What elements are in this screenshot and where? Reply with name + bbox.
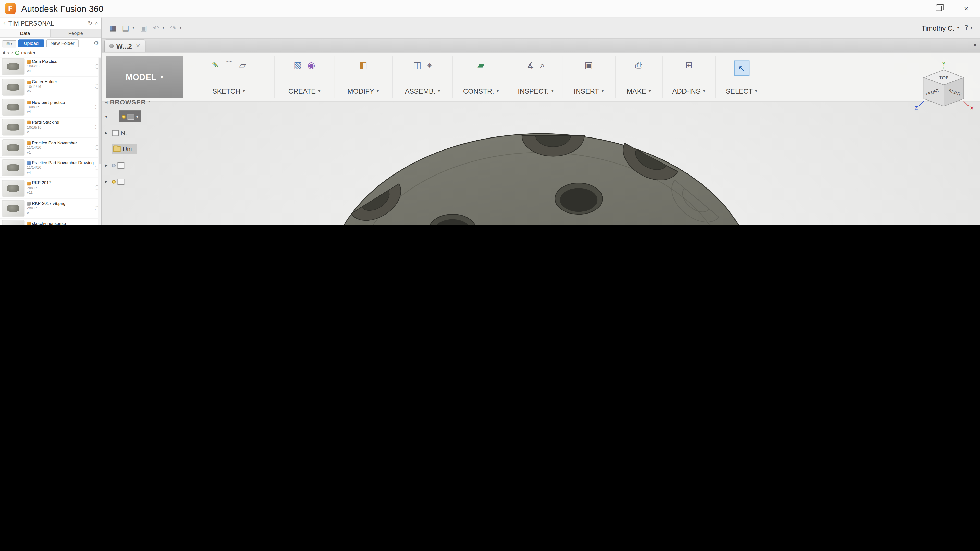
list-item[interactable]: Parts Stacking 10/18/16 v1 ⓘ: [0, 118, 101, 138]
project-thumbnail: [2, 179, 24, 197]
press-pull-icon[interactable]: ◧: [359, 61, 367, 69]
help-menu[interactable]: ? ▾: [965, 24, 972, 32]
save-button[interactable]: ▣: [140, 24, 147, 32]
minimize-button[interactable]: [897, 0, 925, 17]
measure-icon[interactable]: ∡: [527, 61, 535, 69]
window-controls: ×: [897, 0, 980, 17]
addins-icon[interactable]: ⊞: [685, 61, 692, 69]
expander-icon[interactable]: ▸: [105, 130, 110, 135]
tab-close-icon[interactable]: ×: [136, 43, 140, 49]
list-item[interactable]: RKP 2017 2/6/17 v11 ⓘ: [0, 178, 101, 198]
restore-icon: [935, 6, 942, 11]
back-icon[interactable]: ‹: [3, 20, 6, 27]
chevron-down-icon: ▾: [377, 89, 379, 94]
restore-button[interactable]: [925, 0, 953, 17]
inspect-menu[interactable]: INSPECT.▾: [518, 87, 554, 95]
view-mode-dropdown[interactable]: ▦▾: [3, 40, 16, 47]
close-button[interactable]: ×: [953, 0, 980, 17]
sort-icon[interactable]: A: [3, 51, 6, 55]
addins-menu[interactable]: ADD-INS▾: [672, 87, 705, 95]
browser-row-origin[interactable]: ▸: [105, 160, 173, 171]
ribbon-group-insert: ▣ INSERT▾: [563, 56, 616, 98]
browser-header[interactable]: ◂ BROWSER •: [105, 99, 173, 106]
viewcube-top-face: TOP: [939, 75, 948, 80]
select-menu[interactable]: SELECT▾: [726, 87, 757, 95]
browser-row-named-views[interactable]: ▸ N.: [105, 127, 173, 138]
chevron-down-icon: ▾: [496, 89, 499, 94]
file-menu-caret-icon[interactable]: ▾: [132, 25, 135, 30]
create-sketch-icon[interactable]: ✎: [212, 61, 219, 69]
viewcube[interactable]: Y TOP FRONT RIGHT X Z: [913, 60, 975, 120]
item-version: v1: [27, 211, 95, 216]
select-icon[interactable]: ↖: [734, 61, 749, 76]
sketch-spline-icon[interactable]: ⌒: [224, 61, 233, 69]
assemble-menu[interactable]: ASSEMB.▾: [405, 87, 440, 95]
list-item[interactable]: Cutter Holder 10/11/16 v6 ⓘ: [0, 77, 101, 97]
browser-root-row[interactable]: ▾ ▾: [105, 111, 173, 122]
redo-button[interactable]: ↷: [170, 24, 177, 32]
file-menu-icon[interactable]: ▤: [122, 24, 129, 32]
make-menu[interactable]: MAKE▾: [627, 87, 651, 95]
tab-data[interactable]: Data: [0, 29, 51, 38]
list-item[interactable]: Practice Part November Drawing 11/14/16 …: [0, 158, 101, 178]
list-item[interactable]: sketchy nonsense 10/7/16 v1 ⓘ: [0, 219, 101, 225]
document-icon: [110, 44, 114, 48]
collapse-browser-icon[interactable]: ◂: [105, 100, 108, 105]
make-icon[interactable]: ⎙: [635, 61, 642, 69]
browser-options-icon[interactable]: •: [148, 100, 151, 104]
refresh-icon[interactable]: ↻: [88, 21, 92, 26]
expander-icon[interactable]: ▸: [105, 179, 110, 184]
modify-menu[interactable]: MODIFY▾: [347, 87, 379, 95]
section-analysis-icon[interactable]: ⌕: [540, 61, 545, 69]
visibility-bulb-icon[interactable]: [112, 179, 116, 183]
create-menu[interactable]: CREATE▾: [288, 87, 321, 95]
data-panel-scrollbar[interactable]: [98, 57, 101, 225]
undo-button[interactable]: ↶: [153, 24, 159, 32]
component-icon: [27, 100, 30, 104]
expander-icon[interactable]: ▸: [105, 163, 110, 168]
help-caret-icon: ▾: [970, 25, 973, 30]
ribbon-group-create: ▧ ◉ CREATE▾: [275, 56, 334, 98]
create-solid-icon[interactable]: ▧: [293, 61, 302, 69]
branch-chevron-icon: ›: [11, 51, 13, 55]
undo-caret-icon[interactable]: ▾: [162, 25, 165, 30]
apps-grid-icon[interactable]: ▦: [110, 24, 117, 32]
viewport-canvas[interactable]: MODEL ▾ ✎ ⌒ ▱ SKETCH▾ ▧ ◉ CREA: [102, 52, 980, 225]
user-menu[interactable]: Timothy C. ▾: [921, 24, 959, 32]
redo-caret-icon[interactable]: ▾: [180, 25, 182, 30]
project-thumbnail: [2, 58, 24, 75]
construct-menu[interactable]: CONSTR.▾: [463, 87, 499, 95]
new-component-icon[interactable]: ◫: [413, 61, 422, 69]
construction-plane-icon[interactable]: ▰: [477, 61, 484, 69]
joint-icon[interactable]: ⌖: [427, 61, 432, 69]
search-icon[interactable]: ⌕: [95, 21, 98, 26]
list-item[interactable]: RKP-2017 v8.png 2/5/17 v1 ⓘ: [0, 198, 101, 219]
drawing-icon: [27, 161, 30, 165]
sketch-plane-icon[interactable]: ▱: [239, 61, 246, 69]
upload-button[interactable]: Upload: [18, 39, 44, 48]
visibility-bulb-icon[interactable]: [112, 163, 116, 167]
browser-row-bodies[interactable]: ▸: [105, 176, 173, 187]
list-item[interactable]: Practice Part November 11/14/16 v1 ⓘ: [0, 138, 101, 158]
gear-icon[interactable]: ⚙: [94, 41, 99, 46]
workspace-switcher[interactable]: MODEL ▾: [106, 56, 183, 98]
workspace-caret-icon: ▾: [161, 74, 164, 80]
document-tab[interactable]: W...2 ×: [104, 39, 145, 52]
insert-icon[interactable]: ▣: [585, 61, 593, 69]
expander-icon[interactable]: ▾: [105, 114, 110, 119]
new-folder-button[interactable]: New Folder: [46, 39, 79, 48]
list-item[interactable]: New part practice 10/8/16 v4 ⓘ: [0, 97, 101, 118]
tab-people[interactable]: People: [51, 29, 101, 38]
chevron-down-icon: ▾: [243, 89, 245, 94]
ribbon-toolbar: MODEL ▾ ✎ ⌒ ▱ SKETCH▾ ▧ ◉ CREA: [102, 52, 980, 102]
tab-list-caret-icon[interactable]: ▾: [974, 43, 976, 48]
browser-row-units[interactable]: Uni.: [105, 144, 173, 154]
project-thumbnail: [2, 99, 24, 116]
list-item[interactable]: Cam Practice 10/6/15 v4 ⓘ: [0, 57, 101, 77]
browser-row-label: Uni.: [123, 146, 134, 152]
sketch-menu[interactable]: SKETCH▾: [212, 87, 245, 95]
visibility-bulb-icon[interactable]: [122, 114, 126, 118]
insert-menu[interactable]: INSERT▾: [574, 87, 604, 95]
item-version: v4: [27, 170, 95, 175]
create-form-icon[interactable]: ◉: [307, 61, 315, 69]
